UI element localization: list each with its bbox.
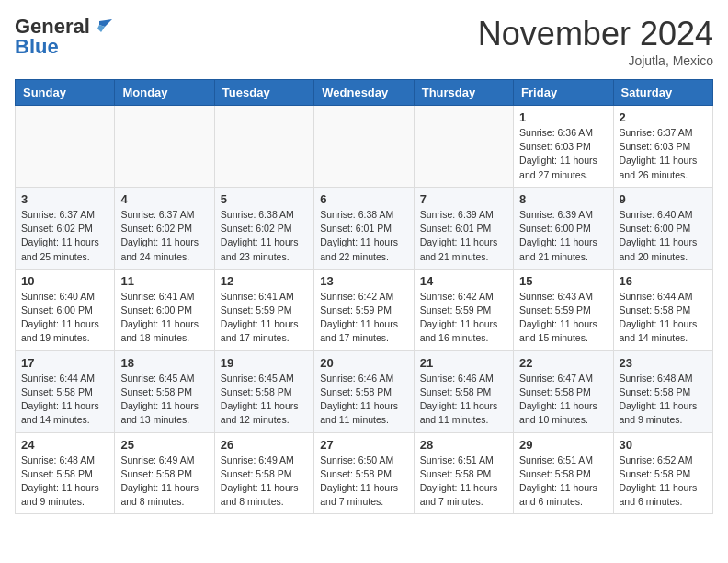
logo-bird-icon [92,19,112,34]
day-info: Sunrise: 6:49 AMSunset: 5:58 PMDaylight:… [120,454,208,510]
day-number: 16 [620,274,707,288]
week-row-2: 3Sunrise: 6:37 AMSunset: 6:02 PMDaylight… [16,187,713,269]
day-number: 17 [21,356,108,370]
day-info: Sunrise: 6:47 AMSunset: 5:58 PMDaylight:… [519,372,607,428]
day-number: 10 [21,274,108,288]
day-info: Sunrise: 6:43 AMSunset: 5:59 PMDaylight:… [519,290,607,346]
weekday-header-sunday: Sunday [16,80,115,106]
day-info: Sunrise: 6:51 AMSunset: 5:58 PMDaylight:… [420,454,507,510]
calendar: SundayMondayTuesdayWednesdayThursdayFrid… [15,79,713,514]
day-info: Sunrise: 6:44 AMSunset: 5:58 PMDaylight:… [21,372,108,428]
week-row-4: 17Sunrise: 6:44 AMSunset: 5:58 PMDayligh… [16,350,713,432]
day-cell: 16Sunrise: 6:44 AMSunset: 5:58 PMDayligh… [613,269,712,350]
day-cell: 7Sunrise: 6:39 AMSunset: 6:01 PMDaylight… [414,187,513,269]
day-cell: 14Sunrise: 6:42 AMSunset: 5:59 PMDayligh… [414,269,513,350]
day-info: Sunrise: 6:46 AMSunset: 5:58 PMDaylight:… [420,372,507,428]
day-number: 22 [519,356,607,370]
day-cell: 24Sunrise: 6:48 AMSunset: 5:58 PMDayligh… [16,432,115,514]
day-cell: 4Sunrise: 6:37 AMSunset: 6:02 PMDaylight… [115,187,214,269]
weekday-header-monday: Monday [115,80,214,106]
day-info: Sunrise: 6:41 AMSunset: 6:00 PMDaylight:… [120,290,208,346]
day-number: 24 [21,438,108,452]
day-cell: 23Sunrise: 6:48 AMSunset: 5:58 PMDayligh… [613,350,712,432]
weekday-header-friday: Friday [514,80,613,106]
day-info: Sunrise: 6:48 AMSunset: 5:58 PMDaylight:… [21,454,108,510]
day-cell: 2Sunrise: 6:37 AMSunset: 6:03 PMDaylight… [613,106,712,188]
logo-blue: Blue [15,35,59,59]
week-row-1: 1Sunrise: 6:36 AMSunset: 6:03 PMDaylight… [16,106,713,188]
day-number: 25 [120,438,208,452]
day-info: Sunrise: 6:39 AMSunset: 6:00 PMDaylight:… [519,208,607,264]
day-cell: 18Sunrise: 6:45 AMSunset: 5:58 PMDayligh… [115,350,214,432]
day-number: 19 [221,356,308,370]
weekday-header-tuesday: Tuesday [214,80,313,106]
day-info: Sunrise: 6:38 AMSunset: 6:01 PMDaylight:… [320,208,407,264]
day-cell [16,106,115,188]
day-number: 15 [519,274,607,288]
day-info: Sunrise: 6:45 AMSunset: 5:58 PMDaylight:… [221,372,308,428]
day-number: 28 [420,438,507,452]
month-title: November 2024 [478,15,713,53]
day-cell: 10Sunrise: 6:40 AMSunset: 6:00 PMDayligh… [16,269,115,350]
day-info: Sunrise: 6:48 AMSunset: 5:58 PMDaylight:… [620,372,707,428]
day-number: 1 [519,110,607,124]
day-number: 6 [320,192,407,206]
day-cell: 12Sunrise: 6:41 AMSunset: 5:59 PMDayligh… [214,269,313,350]
day-info: Sunrise: 6:52 AMSunset: 5:58 PMDaylight:… [620,454,707,510]
day-info: Sunrise: 6:37 AMSunset: 6:02 PMDaylight:… [21,208,108,264]
day-info: Sunrise: 6:44 AMSunset: 5:58 PMDaylight:… [620,290,707,346]
day-cell: 20Sunrise: 6:46 AMSunset: 5:58 PMDayligh… [314,350,414,432]
location: Jojutla, Mexico [478,53,713,68]
day-cell: 30Sunrise: 6:52 AMSunset: 5:58 PMDayligh… [613,432,712,514]
day-number: 8 [519,192,607,206]
day-number: 21 [420,356,507,370]
day-info: Sunrise: 6:49 AMSunset: 5:58 PMDaylight:… [221,454,308,510]
day-cell: 27Sunrise: 6:50 AMSunset: 5:58 PMDayligh… [314,432,414,514]
day-info: Sunrise: 6:42 AMSunset: 5:59 PMDaylight:… [420,290,507,346]
day-cell: 26Sunrise: 6:49 AMSunset: 5:58 PMDayligh… [214,432,313,514]
day-number: 4 [120,192,208,206]
day-number: 3 [21,192,108,206]
title-block: November 2024 Jojutla, Mexico [478,15,713,68]
weekday-header-row: SundayMondayTuesdayWednesdayThursdayFrid… [16,80,713,106]
day-cell: 28Sunrise: 6:51 AMSunset: 5:58 PMDayligh… [414,432,513,514]
day-number: 14 [420,274,507,288]
day-cell: 9Sunrise: 6:40 AMSunset: 6:00 PMDaylight… [613,187,712,269]
day-info: Sunrise: 6:41 AMSunset: 5:59 PMDaylight:… [221,290,308,346]
day-number: 29 [519,438,607,452]
day-info: Sunrise: 6:46 AMSunset: 5:58 PMDaylight:… [320,372,407,428]
weekday-header-thursday: Thursday [414,80,513,106]
day-cell: 17Sunrise: 6:44 AMSunset: 5:58 PMDayligh… [16,350,115,432]
day-number: 18 [120,356,208,370]
day-cell: 22Sunrise: 6:47 AMSunset: 5:58 PMDayligh… [514,350,613,432]
day-cell: 21Sunrise: 6:46 AMSunset: 5:58 PMDayligh… [414,350,513,432]
day-info: Sunrise: 6:40 AMSunset: 6:00 PMDaylight:… [21,290,108,346]
day-cell: 29Sunrise: 6:51 AMSunset: 5:58 PMDayligh… [514,432,613,514]
week-row-5: 24Sunrise: 6:48 AMSunset: 5:58 PMDayligh… [16,432,713,514]
logo: General Blue [15,15,114,59]
day-info: Sunrise: 6:37 AMSunset: 6:02 PMDaylight:… [120,208,208,264]
day-number: 7 [420,192,507,206]
day-cell [115,106,214,188]
weekday-header-saturday: Saturday [613,80,712,106]
day-cell: 15Sunrise: 6:43 AMSunset: 5:59 PMDayligh… [514,269,613,350]
day-cell [414,106,513,188]
day-info: Sunrise: 6:36 AMSunset: 6:03 PMDaylight:… [519,126,607,182]
day-number: 30 [620,438,707,452]
day-number: 5 [221,192,308,206]
day-number: 9 [620,192,707,206]
day-info: Sunrise: 6:45 AMSunset: 5:58 PMDaylight:… [120,372,208,428]
day-cell: 5Sunrise: 6:38 AMSunset: 6:02 PMDaylight… [214,187,313,269]
day-cell: 6Sunrise: 6:38 AMSunset: 6:01 PMDaylight… [314,187,414,269]
day-cell: 19Sunrise: 6:45 AMSunset: 5:58 PMDayligh… [214,350,313,432]
day-number: 23 [620,356,707,370]
day-cell [214,106,313,188]
day-number: 11 [120,274,208,288]
day-info: Sunrise: 6:39 AMSunset: 6:01 PMDaylight:… [420,208,507,264]
day-info: Sunrise: 6:40 AMSunset: 6:00 PMDaylight:… [620,208,707,264]
day-info: Sunrise: 6:50 AMSunset: 5:58 PMDaylight:… [320,454,407,510]
week-row-3: 10Sunrise: 6:40 AMSunset: 6:00 PMDayligh… [16,269,713,350]
day-cell: 25Sunrise: 6:49 AMSunset: 5:58 PMDayligh… [115,432,214,514]
day-number: 13 [320,274,407,288]
day-number: 2 [620,110,707,124]
